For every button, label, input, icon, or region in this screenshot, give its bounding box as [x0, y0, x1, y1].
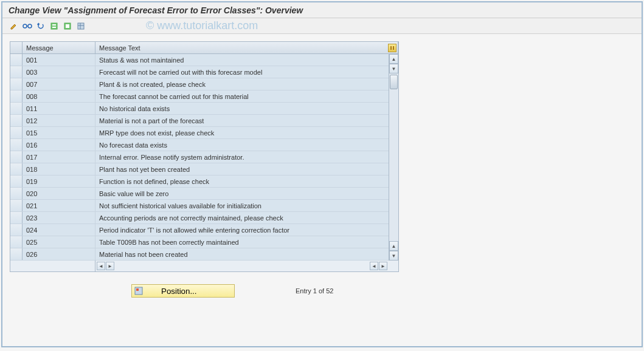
cell-message-text[interactable]: Basic value will be zero: [95, 188, 398, 199]
row-selector[interactable]: [10, 103, 23, 114]
cell-message-text[interactable]: Material is not a part of the forecast: [95, 115, 398, 126]
cell-message-text[interactable]: No forecast data exists: [95, 139, 398, 151]
cell-message-text[interactable]: Accounting periods are not correctly mai…: [95, 212, 398, 223]
cell-message[interactable]: 019: [23, 176, 95, 187]
cell-message-text[interactable]: Period indicator 'T' is not allowed whil…: [95, 224, 398, 236]
position-button[interactable]: Position...: [131, 284, 235, 298]
table-row[interactable]: 021 Not sufficient historical values ava…: [10, 200, 398, 212]
deselect-icon: [63, 22, 72, 30]
row-selector[interactable]: [10, 66, 23, 78]
undo-button[interactable]: [35, 21, 46, 32]
cell-message[interactable]: 025: [23, 236, 95, 248]
settings-icon: [77, 22, 85, 30]
cell-message-text[interactable]: Status & was not maintained: [95, 54, 398, 66]
cell-message-text[interactable]: No historical data exists: [95, 103, 398, 114]
scroll-up-button[interactable]: ▲: [389, 54, 398, 64]
cell-message[interactable]: 008: [23, 90, 95, 102]
row-selector[interactable]: [10, 176, 23, 187]
change-button[interactable]: [9, 21, 19, 32]
svg-rect-11: [390, 46, 392, 50]
cell-message-text[interactable]: Material has not been created: [95, 248, 398, 260]
cell-message[interactable]: 021: [23, 200, 95, 211]
table-row[interactable]: 015 MRP type does not exist, please chec…: [10, 127, 398, 139]
scroll-thumb[interactable]: [390, 75, 398, 89]
table-config-icon[interactable]: [388, 44, 396, 52]
cell-message-text[interactable]: Table T009B has not been correctly maint…: [95, 236, 398, 248]
table-row[interactable]: 001 Status & was not maintained: [10, 54, 398, 66]
deselect-all-button[interactable]: [62, 21, 73, 32]
entry-counter: Entry 1 of 52: [296, 287, 333, 295]
row-selector[interactable]: [10, 151, 23, 163]
cell-message[interactable]: 018: [23, 163, 95, 175]
svg-rect-4: [52, 24, 56, 26]
table-row[interactable]: 011 No historical data exists: [10, 103, 398, 115]
table-row[interactable]: 017 Internal error. Please notify system…: [10, 151, 398, 163]
cell-message[interactable]: 017: [23, 151, 95, 163]
cell-message[interactable]: 012: [23, 115, 95, 126]
table-row[interactable]: 024 Period indicator 'T' is not allowed …: [10, 224, 398, 236]
row-selector[interactable]: [10, 212, 23, 223]
display-button[interactable]: [22, 21, 33, 32]
cell-message[interactable]: 020: [23, 188, 95, 199]
cell-message-text[interactable]: Not sufficient historical values availab…: [95, 200, 398, 211]
row-selector[interactable]: [10, 188, 23, 199]
column-message[interactable]: Message: [23, 42, 95, 53]
row-selector[interactable]: [10, 54, 23, 66]
hscroll-left-button[interactable]: ◄: [97, 262, 105, 270]
hscroll-left-end-button[interactable]: ◄: [370, 262, 378, 270]
column-message-text[interactable]: Message Text: [95, 42, 398, 53]
scroll-track[interactable]: [389, 73, 398, 241]
table-row[interactable]: 020 Basic value will be zero: [10, 188, 398, 200]
scroll-down-step-button[interactable]: ▼: [389, 64, 398, 73]
cell-message-text[interactable]: Plant & is not created, please check: [95, 78, 398, 90]
cell-message[interactable]: 024: [23, 224, 95, 236]
svg-point-0: [23, 24, 27, 28]
cell-message-text[interactable]: Forecast will not be carried out with th…: [95, 66, 398, 78]
cell-message[interactable]: 003: [23, 66, 95, 78]
cell-message-text[interactable]: The forecast cannot be carried out for t…: [95, 90, 398, 102]
vertical-scrollbar[interactable]: ▲ ▼ ▲ ▼: [389, 54, 398, 261]
table-row[interactable]: 016 No forecast data exists: [10, 139, 398, 151]
table-row[interactable]: 007 Plant & is not created, please check: [10, 78, 398, 90]
table-row[interactable]: 025 Table T009B has not been correctly m…: [10, 236, 398, 248]
column-selector[interactable]: [10, 42, 23, 53]
row-selector[interactable]: [10, 163, 23, 175]
data-table: Message Message Text 001 Status & was no…: [10, 41, 399, 272]
table-settings-button[interactable]: [75, 21, 86, 32]
cell-message[interactable]: 001: [23, 54, 95, 66]
scroll-down-button[interactable]: ▼: [389, 251, 398, 261]
table-row[interactable]: 003 Forecast will not be carried out wit…: [10, 66, 398, 78]
row-selector[interactable]: [10, 127, 23, 138]
cell-message-text[interactable]: Internal error. Please notify system adm…: [95, 151, 398, 163]
cell-message-text[interactable]: Function is not defined, please check: [95, 176, 398, 187]
scroll-up-end-button[interactable]: ▲: [389, 241, 398, 251]
table-row[interactable]: 012 Material is not a part of the foreca…: [10, 115, 398, 127]
cell-message[interactable]: 011: [23, 103, 95, 114]
row-selector[interactable]: [10, 139, 23, 151]
table-row[interactable]: 026 Material has not been created: [10, 248, 398, 261]
row-selector[interactable]: [10, 115, 23, 126]
row-selector[interactable]: [10, 200, 23, 211]
svg-point-1: [28, 24, 32, 28]
table-row[interactable]: 023 Accounting periods are not correctly…: [10, 212, 398, 224]
cell-message[interactable]: 016: [23, 139, 95, 151]
cell-message-text[interactable]: MRP type does not exist, please check: [95, 127, 398, 138]
cell-message[interactable]: 026: [23, 248, 95, 260]
cell-message[interactable]: 007: [23, 78, 95, 90]
table-row[interactable]: 019 Function is not defined, please chec…: [10, 176, 398, 188]
table-row[interactable]: 008 The forecast cannot be carried out f…: [10, 90, 398, 103]
table-body: 001 Status & was not maintained 003 Fore…: [10, 54, 398, 261]
hscroll-right-end-button[interactable]: ►: [379, 262, 387, 270]
select-all-button[interactable]: [49, 21, 60, 32]
row-selector[interactable]: [10, 236, 23, 248]
cell-message[interactable]: 015: [23, 127, 95, 138]
cell-message-text[interactable]: Plant has not yet been created: [95, 163, 398, 175]
table-row[interactable]: 018 Plant has not yet been created: [10, 163, 398, 176]
row-selector[interactable]: [10, 224, 23, 236]
row-selector[interactable]: [10, 248, 23, 260]
row-selector[interactable]: [10, 78, 23, 90]
svg-rect-3: [51, 23, 57, 29]
hscroll-right-button[interactable]: ►: [106, 262, 114, 270]
row-selector[interactable]: [10, 90, 23, 102]
cell-message[interactable]: 023: [23, 212, 95, 223]
